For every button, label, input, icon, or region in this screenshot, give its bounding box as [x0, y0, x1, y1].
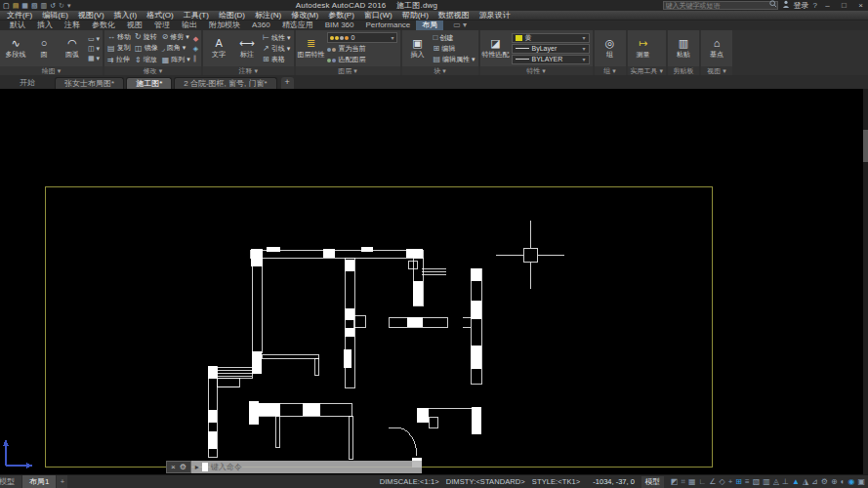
- annotate-tool-标注[interactable]: ⟷标注: [234, 31, 260, 65]
- polar-tracking-icon[interactable]: ∠: [709, 476, 716, 488]
- modify-tool-镜像[interactable]: ◫镜像: [135, 43, 158, 55]
- new-layout-button[interactable]: +: [57, 475, 67, 488]
- draw-flyout-2[interactable]: ▦ ▾: [88, 55, 100, 62]
- draw-tool-圆弧[interactable]: ◠圆弧: [60, 31, 85, 65]
- menu-item-7[interactable]: 标注(N): [250, 11, 286, 20]
- grid-display-icon[interactable]: ▦: [688, 476, 696, 488]
- layer-properties-button[interactable]: ≣ 图层特性: [299, 31, 324, 65]
- ribbon-tab-A360[interactable]: A360: [246, 20, 276, 30]
- command-close-icon[interactable]: ×: [171, 463, 176, 471]
- explode-icon[interactable]: ◈: [193, 45, 198, 53]
- clean-screen-icon[interactable]: ▣: [857, 476, 865, 488]
- ribbon-tab-输出[interactable]: 输出: [176, 20, 203, 30]
- minimize-button[interactable]: –: [821, 1, 834, 10]
- search-icon[interactable]: [769, 0, 777, 11]
- menu-item-6[interactable]: 绘图(D): [214, 11, 250, 20]
- block-tool-编辑[interactable]: ⊞编辑: [434, 44, 475, 54]
- annotate-tool-表格[interactable]: ⊞表格: [263, 55, 290, 64]
- layer-dropdown[interactable]: 0 ▾: [327, 32, 397, 43]
- ribbon-tab-注释[interactable]: 注释: [59, 20, 86, 30]
- annotate-tool-引线[interactable]: ↗引线 ▾: [263, 44, 290, 54]
- file-tab-施工图*[interactable]: 施工图*: [126, 77, 172, 89]
- lineweight-icon[interactable]: ≡: [745, 476, 750, 488]
- panel-label-clipboard[interactable]: 剪贴板: [668, 66, 699, 75]
- ribbon-tab-BIM 360[interactable]: BIM 360: [319, 20, 360, 30]
- object-snap-icon[interactable]: ⊞: [735, 476, 742, 488]
- osnap-tracking-icon[interactable]: +: [728, 476, 733, 488]
- menu-item-2[interactable]: 视图(V): [73, 11, 109, 20]
- command-customize-icon[interactable]: ⚙: [180, 463, 186, 471]
- undo-icon[interactable]: ↺: [50, 0, 56, 11]
- search-input[interactable]: [664, 2, 769, 9]
- isometric-drafting-icon[interactable]: ◇: [720, 476, 725, 488]
- panel-label-group[interactable]: 组 ▾: [595, 66, 626, 75]
- scrollbar-thumb[interactable]: [863, 130, 868, 162]
- group-button[interactable]: ◎ 组: [598, 31, 623, 65]
- modify-tool-圆角[interactable]: ◞圆角 ▾: [162, 43, 190, 55]
- ribbon-collapse-icon[interactable]: ▭ ▾: [447, 20, 473, 30]
- modify-tool-拉伸[interactable]: ⇉拉伸: [107, 54, 131, 65]
- panel-label-view[interactable]: 视图 ▾: [701, 66, 732, 75]
- lineweight-dropdown[interactable]: ByLayer ▾: [512, 44, 590, 54]
- menu-item-12[interactable]: 数据视图: [434, 11, 475, 20]
- ribbon-tab-默认[interactable]: 默认: [4, 20, 31, 30]
- modify-tool-缩放[interactable]: ⇕缩放: [135, 54, 158, 65]
- help-icon[interactable]: ?: [813, 1, 817, 11]
- panel-label-annotate[interactable]: 注释 ▾: [203, 66, 293, 75]
- basepoint-button[interactable]: ⌂ 基点: [704, 31, 729, 65]
- panel-label-draw[interactable]: 绘图 ▾: [0, 66, 103, 75]
- panel-label-block[interactable]: 块 ▾: [402, 66, 478, 75]
- new-drawing-tab-button[interactable]: +: [281, 77, 294, 89]
- isolate-objects-icon[interactable]: ◐: [841, 476, 846, 488]
- menu-item-3[interactable]: 插入(I): [109, 11, 143, 20]
- ribbon-tab-附加模块[interactable]: 附加模块: [203, 20, 246, 30]
- redo-icon[interactable]: ↻: [59, 0, 64, 11]
- plot-icon[interactable]: ▥: [41, 0, 48, 11]
- model-space-button[interactable]: 模型: [641, 476, 664, 488]
- new-file-icon[interactable]: ▢: [3, 0, 10, 11]
- block-tool-创建[interactable]: □创建: [434, 33, 475, 43]
- offset-icon[interactable]: ∥: [193, 55, 198, 62]
- graphics-performance-icon[interactable]: ◉: [847, 476, 854, 488]
- panel-label-utilities[interactable]: 实用工具 ▾: [628, 66, 666, 75]
- open-file-icon[interactable]: ▤: [13, 0, 20, 11]
- modify-tool-修剪[interactable]: ⊘修剪 ▾: [162, 31, 190, 43]
- menu-item-11[interactable]: 帮助(H): [397, 11, 434, 20]
- modify-tool-移动[interactable]: ↔移动: [107, 31, 131, 43]
- crosshair-pickbox[interactable]: [523, 248, 537, 262]
- annotation-monitor-icon[interactable]: ⊕: [831, 476, 838, 488]
- insert-block-button[interactable]: ▣ 插入: [405, 31, 431, 65]
- set-current-layer-button[interactable]: 置为当前: [327, 44, 397, 54]
- menu-item-8[interactable]: 修改(M): [286, 11, 323, 20]
- layer-tool-icon[interactable]: [327, 59, 331, 62]
- dimscale-field[interactable]: DIMSCALE:<1:1>: [380, 477, 439, 486]
- ribbon-tab-精选应用[interactable]: 精选应用: [276, 20, 319, 30]
- ribbon-tab-管理[interactable]: 管理: [148, 20, 176, 30]
- draw-flyout-0[interactable]: ▭ ▾: [88, 35, 100, 43]
- modify-tool-阵列[interactable]: ▦阵列 ▾: [162, 54, 190, 65]
- transparency-icon[interactable]: ▧: [753, 476, 761, 488]
- menu-item-9[interactable]: 参数(P): [323, 11, 359, 20]
- dimsty-field[interactable]: DIMSTY:<STANDARD>: [446, 477, 525, 486]
- paste-button[interactable]: ▥ 粘贴: [671, 31, 696, 65]
- draw-tool-多段线[interactable]: ∿多段线: [3, 31, 28, 65]
- dynamic-ucs-icon[interactable]: ⊥: [782, 476, 789, 488]
- menu-item-13[interactable]: 源泉设计: [475, 11, 516, 20]
- panel-label-properties[interactable]: 特性 ▾: [480, 66, 593, 75]
- measure-button[interactable]: ↦ 测量: [631, 31, 656, 65]
- annotation-scale-icon[interactable]: ⊿: [811, 476, 818, 488]
- tab-start[interactable]: 开始: [0, 76, 55, 89]
- linetype-dropdown[interactable]: BYLAYER ▾: [512, 55, 590, 64]
- layer-tool-icon[interactable]: [332, 48, 336, 52]
- block-tool-编辑属性[interactable]: ▤编辑属性 ▾: [434, 55, 475, 64]
- ribbon-tab-布局[interactable]: 布局: [416, 20, 443, 30]
- ribbon-tab-插入[interactable]: 插入: [31, 20, 59, 30]
- command-input[interactable]: ▸ 键入命令: [191, 461, 422, 473]
- save-icon[interactable]: ▦: [21, 0, 28, 11]
- 3d-osnap-icon[interactable]: ◬: [773, 476, 779, 488]
- file-tab-张女士布局图*[interactable]: 张女士布局图*: [55, 77, 124, 89]
- annotation-visibility-icon[interactable]: ▲: [792, 476, 800, 488]
- save-as-icon[interactable]: ▧: [31, 0, 38, 11]
- modify-tool-复制[interactable]: ▤复制: [107, 43, 131, 55]
- menu-item-10[interactable]: 窗口(W): [359, 11, 397, 20]
